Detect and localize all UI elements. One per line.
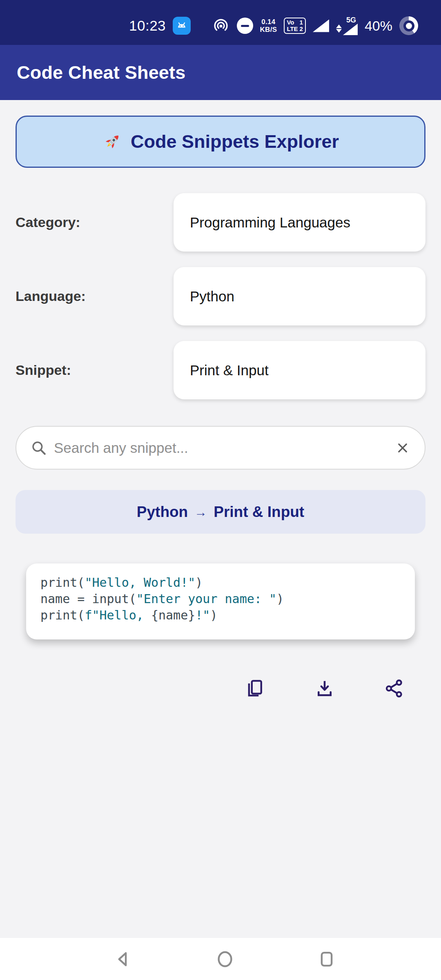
breadcrumb-snippet: Print & Input bbox=[214, 503, 304, 521]
data-rate-value: 0.14 bbox=[261, 18, 275, 26]
status-left-cluster: 10:23 bbox=[129, 17, 191, 35]
volte-row1-right: 1 bbox=[300, 19, 303, 26]
search-input[interactable] bbox=[54, 440, 388, 456]
snippet-dropdown[interactable]: Print & Input bbox=[174, 341, 425, 399]
snippet-row: Snippet: Print & Input bbox=[16, 341, 425, 399]
code-snippet-block: print("Hello, World!")name = input("Ente… bbox=[26, 564, 415, 639]
banner-title: Code Snippets Explorer bbox=[131, 131, 339, 152]
share-icon bbox=[383, 678, 405, 699]
signal-strength-icon bbox=[313, 20, 329, 32]
data-rate-unit: KB/S bbox=[260, 26, 277, 33]
hotspot-icon bbox=[212, 17, 230, 35]
language-label: Language: bbox=[16, 288, 174, 304]
recents-icon bbox=[315, 948, 338, 971]
download-icon bbox=[314, 678, 335, 699]
snippet-value: Print & Input bbox=[190, 362, 269, 379]
app-bar: Code Cheat Sheets bbox=[0, 45, 441, 100]
back-icon bbox=[112, 948, 135, 971]
android-robot-icon bbox=[175, 19, 189, 33]
category-dropdown[interactable]: Programming Languages bbox=[174, 193, 425, 252]
data-activity-arrows-icon bbox=[336, 24, 342, 33]
language-dropdown[interactable]: Python bbox=[174, 267, 425, 325]
network-type-label: 5G bbox=[346, 16, 356, 24]
copy-button[interactable] bbox=[245, 678, 266, 699]
clear-search-button[interactable] bbox=[394, 440, 411, 456]
category-value: Programming Languages bbox=[190, 214, 350, 231]
copy-icon bbox=[245, 678, 266, 699]
close-icon bbox=[394, 440, 411, 456]
language-value: Python bbox=[190, 288, 234, 305]
clock: 10:23 bbox=[129, 18, 166, 34]
code-snippets-explorer-button[interactable]: Code Snippets Explorer bbox=[16, 116, 425, 168]
volte-row2-left: LTE bbox=[287, 26, 298, 32]
download-button[interactable] bbox=[314, 678, 335, 699]
status-bar: 10:23 0.14 KB/S bbox=[0, 0, 441, 45]
breadcrumb: Python → Print & Input bbox=[16, 490, 425, 534]
breadcrumb-language: Python bbox=[137, 503, 188, 521]
battery-percent-label: 40% bbox=[365, 18, 392, 34]
page-title: Code Cheat Sheets bbox=[17, 62, 186, 83]
share-button[interactable] bbox=[383, 678, 405, 699]
home-icon bbox=[214, 948, 236, 971]
system-navigation-bar bbox=[0, 938, 441, 980]
do-not-disturb-icon bbox=[237, 18, 253, 34]
category-label: Category: bbox=[16, 214, 174, 230]
selector-form: Category: Programming Languages Language… bbox=[16, 193, 425, 399]
nav-back-button[interactable] bbox=[112, 948, 135, 971]
volte-row1-left: Vo bbox=[287, 19, 298, 26]
volte-badge-icon: Vo 1 LTE 2 bbox=[284, 18, 306, 34]
battery-ring-icon bbox=[399, 16, 418, 35]
nav-home-button[interactable] bbox=[214, 948, 236, 971]
search-bar bbox=[16, 426, 425, 470]
android-app-icon bbox=[173, 17, 191, 35]
snippet-actions bbox=[16, 678, 425, 699]
main-content: Code Snippets Explorer Category: Program… bbox=[0, 100, 441, 938]
signal-strength-2-icon bbox=[343, 24, 358, 35]
snippet-label: Snippet: bbox=[16, 362, 174, 378]
data-rate-indicator: 0.14 KB/S bbox=[260, 18, 277, 33]
nav-recents-button[interactable] bbox=[315, 948, 338, 971]
rocket-icon bbox=[102, 131, 122, 152]
search-icon bbox=[30, 439, 47, 457]
signal-5g-icon: 5G bbox=[336, 16, 358, 35]
category-row: Category: Programming Languages bbox=[16, 193, 425, 252]
phone-screen: 10:23 0.14 KB/S bbox=[0, 0, 441, 980]
volte-row2-right: 2 bbox=[300, 26, 303, 32]
status-right-cluster: 0.14 KB/S Vo 1 LTE 2 5G 40% bbox=[212, 16, 418, 35]
breadcrumb-arrow-icon: → bbox=[194, 505, 207, 520]
language-row: Language: Python bbox=[16, 267, 425, 325]
